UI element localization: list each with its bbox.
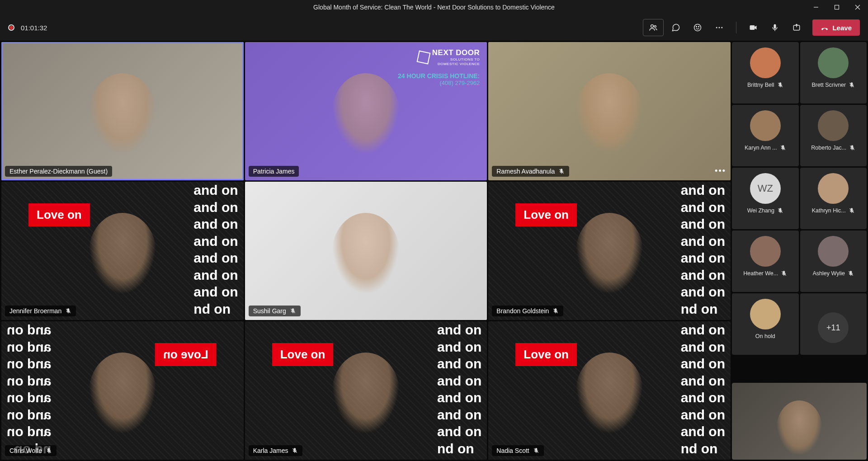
svg-rect-1 [835,5,839,9]
self-preview[interactable] [732,383,867,460]
minimize-button[interactable] [806,0,826,14]
overflow-count: +11 [818,312,849,343]
meeting-timer: 01:01:32 [21,24,47,32]
andon-text: and on and on and on and on and on and o… [437,321,481,457]
svg-point-4 [651,25,654,28]
participants-list[interactable]: Brittny BellBrett ScrivnerKaryn Ann ...R… [732,42,867,381]
participant-video-placeholder [89,213,156,294]
loveon-badge: Love on [272,343,334,366]
video-tile[interactable]: Love onand on and on and on and on and o… [245,321,487,460]
participant-card[interactable]: Heather We... [732,230,799,292]
name-tag: Sushil Garg [249,306,301,316]
participant-name-row: Heather We... [743,270,787,277]
participant-name-row: Ashley Wylie [813,270,854,277]
close-button[interactable] [847,0,868,14]
participant-card[interactable]: Ashley Wylie [800,230,867,292]
participant-name: Wei Zhang [747,207,774,214]
leave-button[interactable]: Leave [812,19,860,36]
video-tile[interactable]: Esther Peralez-Dieckmann (Guest) [1,42,244,180]
mic-muted-icon [849,207,855,214]
toolbar-divider [736,22,736,33]
video-tile[interactable]: Love onand on and on and on and on and o… [488,182,731,320]
mic-muted-icon [848,270,854,277]
avatar [818,173,849,204]
participant-name: Chris Wolfe [9,447,42,454]
participant-name-row: On hold [755,333,775,339]
recording-indicator [8,24,14,31]
mic-button[interactable] [765,19,784,36]
participant-video-placeholder [89,353,156,434]
participant-name: On hold [755,333,775,339]
participant-card[interactable]: Roberto Jac... [800,105,867,166]
loveon-badge: Love on [515,343,577,366]
participant-card[interactable]: On hold [732,293,799,355]
video-tile[interactable]: Love onand on and on and on and on and o… [1,182,244,320]
name-tag: Chris Wolfe [5,445,57,456]
participant-name: Karyn Ann ... [745,145,777,151]
svg-point-5 [655,25,656,27]
overflow-card[interactable]: +11 [800,293,867,355]
main-area: Esther Peralez-Dieckmann (Guest)NEXT DOO… [0,41,868,461]
titlebar: Global Month of Service: Clean The World… [0,0,868,14]
participant-name: Jennifer Broerman [9,307,61,315]
participant-name: Sushil Garg [253,307,286,315]
share-button[interactable] [787,19,806,36]
reactions-button[interactable] [688,19,707,36]
nextdoor-overlay: NEXT DOORSOLUTIONS TODOMESTIC VIOLENCE24… [398,48,480,86]
mic-muted-icon [849,145,855,151]
svg-rect-12 [750,25,755,30]
participant-name-row: Karyn Ann ... [745,145,786,151]
svg-point-8 [698,26,699,27]
video-tile[interactable]: Ramesh Avadhanula••• [488,42,731,180]
participant-name: Heather We... [743,270,778,277]
video-tile[interactable]: Love onand on and on and on and on and o… [1,321,244,460]
avatar [750,47,781,78]
participant-card[interactable]: Brett Scrivner [800,42,867,103]
participant-video-placeholder [332,73,400,155]
andon-text: and on and on and on and on and on and o… [193,182,238,317]
participant-name: Ramesh Avadhanula [496,168,555,175]
svg-point-7 [696,26,697,27]
avatar: WZ [750,173,781,204]
mic-muted-icon [46,447,52,454]
participant-name-row: Wei Zhang [747,207,783,214]
participant-card[interactable]: Kathryn Hic... [800,168,867,229]
participant-name: Karla James [253,447,288,454]
svg-point-6 [694,24,701,31]
participant-name: Brandon Goldstein [496,307,549,315]
participant-card[interactable]: Karyn Ann ... [732,105,799,166]
participant-name-row: Kathryn Hic... [812,207,855,214]
maximize-button[interactable] [826,0,847,14]
svg-point-10 [719,27,720,28]
participant-name: Brittny Bell [747,82,774,88]
participant-name: Roberto Jac... [811,145,846,151]
andon-text: and on and on and on and on and on and o… [681,182,725,317]
people-button[interactable] [643,19,664,36]
participant-video-placeholder [576,213,643,294]
name-tag: Jennifer Broerman [5,306,76,316]
video-tile[interactable]: Love onand on and on and on and on and o… [488,321,731,460]
name-tag: Brandon Goldstein [492,306,563,316]
more-actions-button[interactable] [710,19,729,36]
avatar [750,110,781,141]
loveon-badge: Love on [155,343,217,366]
name-tag: Karla James [249,445,303,456]
participant-name: Brett Scrivner [811,82,846,88]
loveon-badge: Love on [515,203,577,226]
self-video-placeholder [777,400,822,455]
mic-muted-icon [849,82,855,88]
tile-more-button[interactable]: ••• [715,166,726,176]
name-tag: Esther Peralez-Dieckmann (Guest) [5,166,112,177]
chat-button[interactable] [666,19,685,36]
avatar [750,299,781,329]
video-grid: Esther Peralez-Dieckmann (Guest)NEXT DOO… [1,42,731,460]
participant-card[interactable]: Brittny Bell [732,42,799,103]
participant-name: Kathryn Hic... [812,207,846,214]
camera-button[interactable] [744,19,763,36]
video-tile[interactable]: Sushil Garg [245,182,487,320]
mic-muted-icon [781,270,787,277]
mic-muted-icon [777,82,783,88]
participant-card[interactable]: WZWei Zhang [732,168,799,229]
video-tile[interactable]: NEXT DOORSOLUTIONS TODOMESTIC VIOLENCE24… [245,42,487,180]
participant-video-placeholder [576,73,643,155]
